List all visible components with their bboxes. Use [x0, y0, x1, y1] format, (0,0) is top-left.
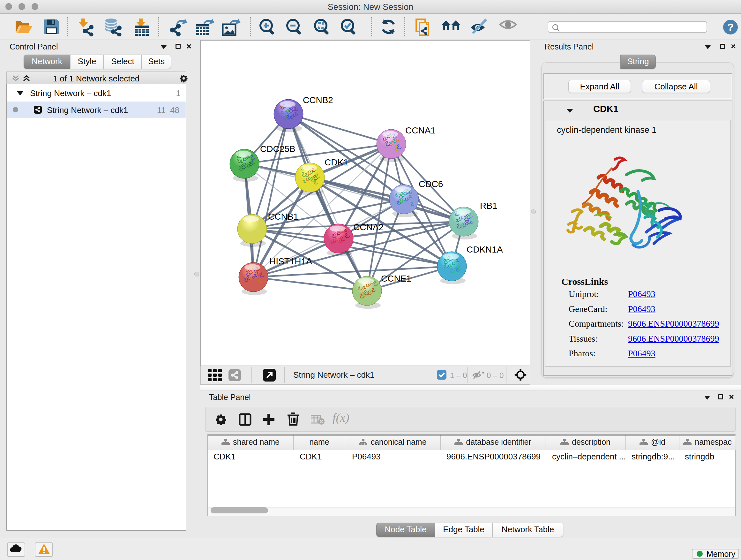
- svg-text:CCNB2: CCNB2: [303, 95, 333, 105]
- svg-text:CDKN1A: CDKN1A: [467, 245, 503, 254]
- svg-text:CCNB1: CCNB1: [268, 212, 298, 222]
- svg-text:CCNA2: CCNA2: [353, 222, 384, 232]
- svg-text:CDC6: CDC6: [419, 179, 443, 189]
- svg-text:RB1: RB1: [480, 201, 497, 211]
- svg-text:CDC25B: CDC25B: [260, 144, 295, 154]
- svg-text:CCNE1: CCNE1: [381, 273, 411, 284]
- svg-text:CCNA1: CCNA1: [405, 125, 435, 135]
- svg-text:HIST1H1A: HIST1H1A: [269, 256, 312, 266]
- svg-text:CDK1: CDK1: [325, 158, 348, 167]
